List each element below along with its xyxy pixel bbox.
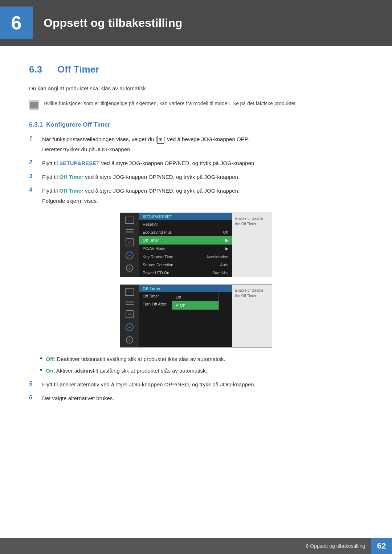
section-heading: 6.3 Off Timer	[29, 64, 363, 75]
main-content: 6.3 Off Timer Du kan angi at produktet s…	[0, 46, 392, 437]
step-number-3: 3	[29, 173, 42, 180]
sidebar-arrow-icon: ⇔	[126, 238, 134, 246]
sidebar-gear-icon: ✦	[126, 251, 134, 259]
step-text-2: Flytt til SETUP&RESET ved å styre JOG-kn…	[42, 159, 363, 168]
bullet-dot-1: •	[40, 355, 42, 363]
bullet-off: • Off: Deaktiver tidsinnstilt avslåing s…	[40, 355, 363, 364]
submenu-popup: Off ✔ On	[172, 293, 219, 310]
sidebar-lines-icon-2	[126, 301, 134, 305]
subsection-heading: 6.3.1 Konfigurere Off Timer	[29, 121, 363, 128]
menu-sidebar-2: ⇔ ✦ i	[120, 285, 139, 347]
step-text-6: Det valgte alternativet brukes.	[42, 394, 363, 403]
bullet-dot-2: •	[40, 366, 42, 374]
step-text-4: Flytt til Off Timer ved å styre JOG-knap…	[42, 186, 363, 205]
chapter-header: 6 Oppsett og tilbakestilling	[0, 0, 392, 46]
step-1-sub: Deretter trykker du på JOG-knappen.	[42, 145, 363, 154]
menu-header-1: SETUP&RESET	[139, 213, 232, 220]
menu-content-1: SETUP&RESET Reset All Eco Saving PlusOff…	[139, 213, 232, 277]
menu-item-pcav: PC/AV Mode▶	[139, 245, 232, 253]
page-footer: 6 Oppsett og tilbakestilling 62	[0, 538, 392, 554]
note-text: Hvilke funksjoner som er tilgjengelige p…	[44, 99, 297, 107]
menu-item-eco: Eco Saving PlusOff	[139, 228, 232, 236]
submenu-item-on-active: ✔ On	[172, 301, 219, 309]
menu-item-source: Source DetectionAuto	[139, 261, 232, 269]
step-6: 6 Det valgte alternativet brukes.	[29, 394, 363, 403]
menu-screenshot-1: ⇔ ✦ i SETUP&RESET Reset All	[120, 213, 272, 277]
menu-screenshot-2: ⇔ ✦ i Off Timer Off Timer Turn Off After	[120, 284, 272, 348]
sidebar-info-icon: i	[126, 264, 133, 272]
body-text: Du kan angi at produktet skal slås av au…	[29, 84, 363, 93]
step-3: 3 Flytt til Off Timer ved å styre JOG-kn…	[29, 173, 363, 181]
step-text-3: Flytt til Off Timer ved å styre JOG-knap…	[42, 173, 363, 181]
menu-item-off-timer-active: Off Timer▶	[139, 236, 232, 245]
step-4-sub: Følgende skjerm vises.	[42, 197, 363, 205]
bullet-text-off: Off: Deaktiver tidsinnstilt avslåing sli…	[46, 355, 225, 364]
sidebar-gear-icon-2: ✦	[126, 323, 134, 331]
note-icon	[29, 100, 39, 110]
menu-empty-space	[139, 308, 232, 323]
step-number-1: 1	[29, 135, 42, 142]
footer-text: 6 Oppsett og tilbakestilling	[306, 543, 371, 549]
sidebar-screen-icon-2	[125, 288, 134, 296]
bullet-list: • Off: Deaktiver tidsinnstilt avslåing s…	[40, 355, 363, 375]
sidebar-info-icon-2: i	[126, 336, 133, 344]
step-number-4: 4	[29, 186, 42, 193]
sidebar-lines-icon	[126, 229, 134, 233]
menu-sidebar-1: ⇔ ✦ i	[120, 213, 139, 277]
step-number-5: 5	[29, 380, 42, 387]
footer-page-number: 62	[371, 538, 392, 554]
note-icon-graphic	[30, 102, 38, 108]
screenshot-2-container: ⇔ ✦ i Off Timer Off Timer Turn Off After	[29, 284, 363, 348]
menu-item-power-led: Power LED OnStand-by	[139, 269, 232, 277]
step-4: 4 Flytt til Off Timer ved å styre JOG-kn…	[29, 186, 363, 205]
menu-header-2: Off Timer	[139, 285, 232, 292]
menu-help-1: Enable or disable the Off Timer.	[232, 213, 272, 277]
chapter-number: 6	[0, 7, 33, 39]
step-5: 5 Flytt til ønsket alternativ ved å styr…	[29, 380, 363, 389]
note-box: Hvilke funksjoner som er tilgjengelige p…	[29, 99, 363, 110]
menu-item-reset-all: Reset All	[139, 220, 232, 228]
submenu-item-off: Off	[172, 293, 219, 301]
section-title: Off Timer	[57, 64, 99, 75]
sidebar-screen-icon	[125, 217, 134, 224]
bullet-on: • On: Aktiver tidsinnstilt avslåing slik…	[40, 366, 363, 375]
menu-item-key-repeat: Key Repeat TimeAcceleration	[139, 253, 232, 261]
step-text-1: Når funksjonstastveiledningen vises, vel…	[42, 135, 363, 154]
step-text-5: Flytt til ønsket alternativ ved å styre …	[42, 380, 363, 389]
sidebar-arrow-icon-2: ⇔	[126, 310, 134, 318]
steps-list: 1 Når funksjonstastveiledningen vises, v…	[29, 135, 363, 205]
screenshot-1-container: ⇔ ✦ i SETUP&RESET Reset All	[29, 213, 363, 277]
step-number-6: 6	[29, 394, 42, 401]
bullet-text-on: On: Aktiver tidsinnstilt avslåing slik a…	[46, 366, 207, 375]
menu-help-2: Enable or disable the Off Timer.	[232, 285, 272, 347]
menu-content-2: Off Timer Off Timer Turn Off After Off	[139, 285, 232, 347]
step-2: 2 Flytt til SETUP&RESET ved å styre JOG-…	[29, 159, 363, 168]
menu-row-off-timer: Off Timer Turn Off After Off ✔ On	[139, 292, 232, 323]
section-number: 6.3	[29, 64, 51, 75]
chapter-title: Oppsett og tilbakestilling	[44, 16, 182, 30]
step-number-2: 2	[29, 159, 42, 166]
step-1: 1 Når funksjonstastveiledningen vises, v…	[29, 135, 363, 154]
